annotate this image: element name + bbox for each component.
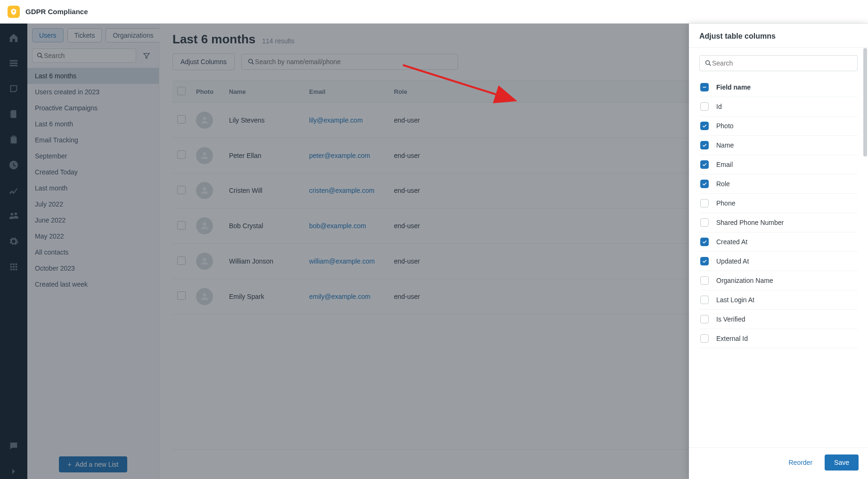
nav-clipboard-icon[interactable] <box>6 132 21 147</box>
row-checkbox[interactable] <box>177 115 186 124</box>
sidebar-list-item[interactable]: October 2023 <box>27 260 159 276</box>
sidebar-list-item[interactable]: September <box>27 148 159 164</box>
nav-chat-icon[interactable] <box>6 438 21 454</box>
sidebar-list-item[interactable]: All contacts <box>27 244 159 260</box>
cell-email[interactable]: bob@example.com <box>304 208 389 244</box>
app-title: GDPR Compliance <box>25 8 88 16</box>
tab-organizations[interactable]: Organizations <box>106 28 160 42</box>
save-button[interactable]: Save <box>825 454 859 471</box>
col-email[interactable]: Email <box>304 81 389 103</box>
field-row[interactable]: Email <box>699 155 858 174</box>
cell-role: end-user <box>389 208 455 244</box>
field-checkbox[interactable] <box>700 276 709 285</box>
field-checkbox[interactable] <box>700 141 709 149</box>
sidebar-list-item[interactable]: Email Tracking <box>27 132 159 148</box>
field-row[interactable]: Role <box>699 174 858 194</box>
main-search[interactable] <box>241 54 458 70</box>
cell-email[interactable]: cristen@example.com <box>304 173 389 208</box>
sidebar-list-item[interactable]: May 2022 <box>27 228 159 244</box>
field-row[interactable]: Last Login At <box>699 290 858 310</box>
field-checkbox[interactable] <box>700 296 709 304</box>
add-list-button[interactable]: + Add a new List <box>59 456 127 472</box>
field-checkbox[interactable] <box>700 257 709 265</box>
row-checkbox[interactable] <box>177 221 186 230</box>
field-checkbox[interactable] <box>700 315 709 323</box>
sidebar-list-item[interactable]: Created Today <box>27 164 159 180</box>
panel-scrollbar[interactable] <box>863 48 867 157</box>
sidebar-list-item[interactable]: July 2022 <box>27 196 159 212</box>
row-checkbox[interactable] <box>177 256 186 265</box>
nav-lists-icon[interactable] <box>6 56 21 71</box>
cell-email[interactable]: peter@example.com <box>304 138 389 173</box>
field-checkbox[interactable] <box>700 102 709 111</box>
select-all-fields-checkbox[interactable] <box>700 83 709 91</box>
nav-expand-icon[interactable] <box>6 464 21 479</box>
reorder-button[interactable]: Reorder <box>783 454 818 471</box>
row-checkbox[interactable] <box>177 186 186 194</box>
field-row[interactable]: Is Verified <box>699 310 858 329</box>
cell-email[interactable]: william@example.com <box>304 244 389 279</box>
field-row[interactable]: Organization Name <box>699 271 858 290</box>
nav-settings-icon[interactable] <box>6 234 21 249</box>
search-icon <box>36 52 44 59</box>
nav-inbox-icon[interactable] <box>6 81 21 96</box>
cell-name: Bob Crystal <box>224 208 304 244</box>
field-row[interactable]: Phone <box>699 194 858 213</box>
sidebar-search-input[interactable] <box>44 52 132 59</box>
nav-clock-icon[interactable] <box>6 157 21 173</box>
nav-apps-icon[interactable] <box>6 259 21 274</box>
sidebar-list-item[interactable]: June 2022 <box>27 212 159 228</box>
avatar <box>196 147 213 164</box>
col-photo[interactable]: Photo <box>191 81 224 103</box>
field-checkbox[interactable] <box>700 180 709 188</box>
field-row[interactable]: Id <box>699 97 858 116</box>
filter-icon[interactable] <box>139 48 154 63</box>
tab-users[interactable]: Users <box>32 28 64 42</box>
field-label: Role <box>716 180 730 188</box>
sidebar-list-item[interactable]: Users created in 2023 <box>27 84 159 100</box>
nav-contacts-icon[interactable] <box>6 107 21 122</box>
nav-home-icon[interactable] <box>6 30 21 45</box>
field-row[interactable]: Name <box>699 136 858 155</box>
sidebar-tabs: Users Tickets Organizations <box>27 24 159 46</box>
row-checkbox[interactable] <box>177 150 186 159</box>
cell-name: Emily Spark <box>224 279 304 314</box>
field-label: Organization Name <box>716 277 773 284</box>
field-checkbox[interactable] <box>700 160 709 169</box>
avatar <box>196 253 213 270</box>
cell-email[interactable]: emily@example.com <box>304 279 389 314</box>
field-row[interactable]: External Id <box>699 329 858 348</box>
sidebar-list-item[interactable]: Created last week <box>27 276 159 292</box>
sidebar-list-item[interactable]: Last 6 months <box>27 68 159 84</box>
nav-analytics-icon[interactable] <box>6 183 21 198</box>
sidebar-list-item[interactable]: Last 6 month <box>27 116 159 132</box>
sidebar-list-item[interactable]: Last month <box>27 180 159 196</box>
select-all-checkbox[interactable] <box>177 87 186 95</box>
field-checkbox[interactable] <box>700 199 709 207</box>
col-name[interactable]: Name <box>224 81 304 103</box>
sidebar-list-item[interactable]: Proactive Campaigns <box>27 100 159 116</box>
page-title: Last 6 months <box>172 32 255 47</box>
main-search-input[interactable] <box>255 58 452 66</box>
panel-search[interactable] <box>699 55 858 71</box>
sidebar-search[interactable] <box>32 49 136 63</box>
field-checkbox[interactable] <box>700 218 709 227</box>
col-role[interactable]: Role <box>389 81 455 103</box>
field-row[interactable]: Updated At <box>699 252 858 271</box>
field-row[interactable]: Photo <box>699 116 858 136</box>
adjust-columns-button[interactable]: Adjust Columns <box>172 53 235 70</box>
field-header-row: Field name <box>699 78 858 97</box>
row-checkbox[interactable] <box>177 291 186 300</box>
panel-search-input[interactable] <box>712 59 852 67</box>
field-checkbox[interactable] <box>700 334 709 343</box>
cell-email[interactable]: lily@example.com <box>304 103 389 138</box>
svg-point-0 <box>38 53 41 57</box>
adjust-columns-panel: Adjust table columns Field name IdPhotoN… <box>689 24 868 479</box>
field-row[interactable]: Created At <box>699 232 858 252</box>
field-row[interactable]: Shared Phone Number <box>699 213 858 232</box>
nav-users-icon[interactable] <box>6 208 21 223</box>
tab-tickets[interactable]: Tickets <box>67 28 102 42</box>
field-checkbox[interactable] <box>700 122 709 130</box>
field-label: Created At <box>716 238 747 246</box>
field-checkbox[interactable] <box>700 238 709 246</box>
